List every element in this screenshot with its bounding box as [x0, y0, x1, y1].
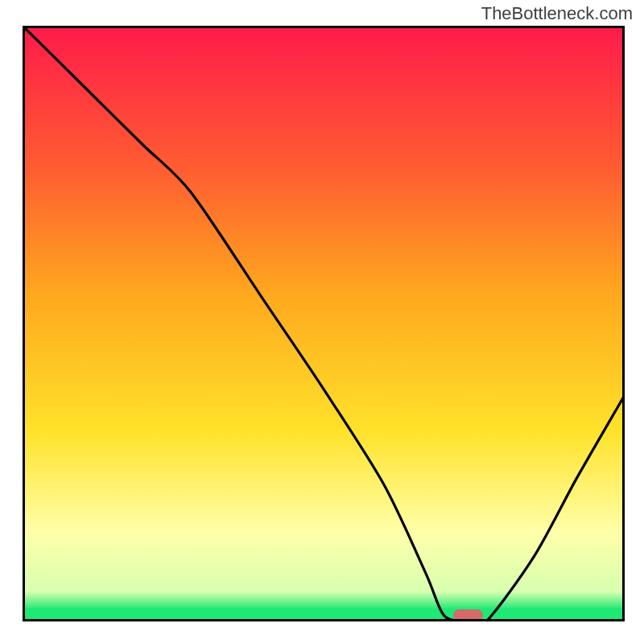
optimal-marker-icon — [453, 609, 483, 621]
watermark-text: TheBottleneck.com — [481, 3, 633, 24]
ideal-band — [23, 609, 625, 621]
plot-area — [23, 26, 625, 621]
plot-svg — [23, 26, 625, 621]
chart-container: TheBottleneck.com — [0, 0, 644, 644]
